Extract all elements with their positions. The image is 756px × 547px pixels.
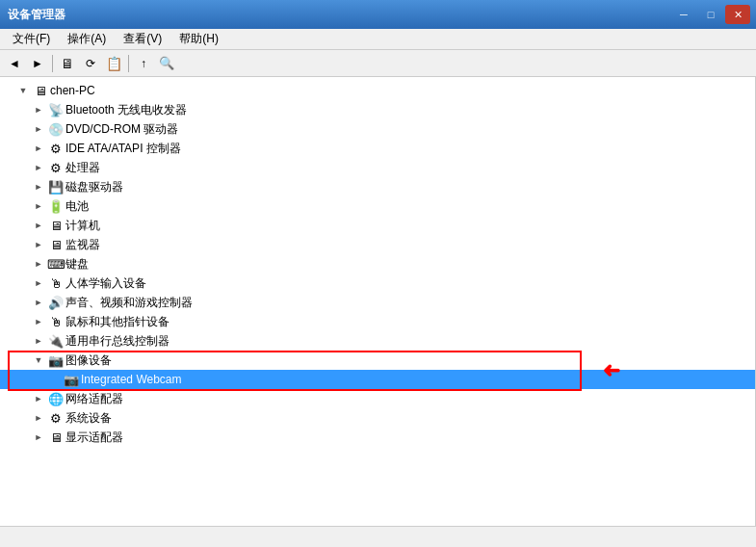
search-button[interactable]: 🔍	[156, 53, 177, 74]
props-button[interactable]: 📋	[103, 53, 124, 74]
dvd-icon: 💿	[48, 121, 64, 137]
usb-icon: 🔌	[48, 333, 64, 349]
tree-item-display[interactable]: ► 🖥 显示适配器	[0, 428, 755, 447]
sound-icon: 🔊	[48, 295, 64, 310]
human-toggle[interactable]: ►	[31, 275, 46, 291]
menu-view[interactable]: 查看(V)	[115, 29, 170, 49]
network-icon: 🌐	[48, 391, 64, 406]
menu-bar: 文件(F) 操作(A) 查看(V) 帮助(H)	[0, 29, 756, 50]
tree-item-disk[interactable]: ► 💾 磁盘驱动器	[0, 177, 755, 196]
root-toggle[interactable]: ▼	[15, 83, 31, 98]
bluetooth-icon: 📡	[48, 102, 64, 117]
toolbar-separator-1	[52, 55, 53, 72]
update-button[interactable]: ↑	[133, 53, 154, 74]
window-controls: ─ □ ✕	[671, 5, 750, 24]
pc-label: 计算机	[65, 218, 100, 234]
menu-help[interactable]: 帮助(H)	[170, 29, 227, 49]
back-button[interactable]: ◄	[4, 53, 25, 74]
disk-icon: 💾	[48, 179, 64, 195]
disk-label: 磁盘驱动器	[65, 179, 123, 195]
keyboard-label: 键盘	[65, 256, 89, 273]
display-toggle[interactable]: ►	[31, 430, 46, 445]
sys-icon: ⚙	[48, 410, 64, 426]
webcam-label: Integrated Webcam	[81, 373, 182, 386]
battery-toggle[interactable]: ►	[31, 198, 46, 214]
root-icon: 🖥	[33, 83, 48, 98]
maximize-button[interactable]: □	[698, 5, 723, 24]
camera-toggle[interactable]: ▼	[31, 352, 46, 368]
cpu-label: 处理器	[65, 160, 100, 176]
refresh-button[interactable]: ⟳	[80, 53, 101, 74]
camera-group: ▼ 📷 图像设备 ► 📷 Integrated Webcam ➜	[0, 351, 755, 389]
menu-action[interactable]: 操作(A)	[59, 29, 115, 49]
human-label: 人体学输入设备	[65, 275, 146, 292]
tree-item-bluetooth[interactable]: ► 📡 Bluetooth 无线电收发器	[0, 100, 755, 119]
cpu-toggle[interactable]: ►	[31, 160, 46, 175]
main-area: ▼ 🖥 chen-PC ► 📡 Bluetooth 无线电收发器 ► 💿 DVD…	[0, 77, 756, 526]
ide-label: IDE ATA/ATAPI 控制器	[65, 141, 181, 157]
tree-item-human[interactable]: ► 🖱 人体学输入设备	[0, 274, 755, 293]
mouse-toggle[interactable]: ►	[31, 314, 46, 329]
tree-root[interactable]: ▼ 🖥 chen-PC	[0, 81, 755, 100]
sound-toggle[interactable]: ►	[31, 295, 46, 310]
computer-button[interactable]: 🖥	[57, 53, 78, 74]
tree-item-ide[interactable]: ► ⚙ IDE ATA/ATAPI 控制器	[0, 139, 755, 158]
cpu-icon: ⚙	[48, 160, 64, 175]
tree-item-webcam[interactable]: ► 📷 Integrated Webcam	[0, 370, 755, 389]
camera-icon: 📷	[48, 352, 64, 368]
close-button[interactable]: ✕	[725, 5, 750, 24]
tree-item-battery[interactable]: ► 🔋 电池	[0, 196, 755, 216]
bluetooth-toggle[interactable]: ►	[31, 102, 46, 117]
camera-label: 图像设备	[65, 352, 112, 369]
tree-item-camera[interactable]: ▼ 📷 图像设备	[0, 351, 755, 370]
ide-toggle[interactable]: ►	[31, 141, 46, 156]
ide-icon: ⚙	[48, 141, 64, 156]
toolbar: ◄ ► 🖥 ⟳ 📋 ↑ 🔍	[0, 50, 756, 77]
display-label: 显示适配器	[65, 430, 123, 446]
pc-icon: 🖥	[48, 218, 64, 233]
title-bar: 设备管理器 ─ □ ✕	[0, 0, 756, 29]
keyboard-icon: ⌨	[48, 256, 64, 272]
usb-label: 通用串行总线控制器	[65, 333, 169, 350]
human-icon: 🖱	[48, 275, 64, 291]
dvd-toggle[interactable]: ►	[31, 121, 46, 137]
root-label: chen-PC	[50, 84, 95, 97]
window-title: 设备管理器	[8, 7, 65, 23]
monitor-toggle[interactable]: ►	[31, 237, 46, 252]
toolbar-separator-2	[128, 55, 129, 72]
battery-label: 电池	[65, 198, 89, 215]
tree-item-pc[interactable]: ► 🖥 计算机	[0, 216, 755, 235]
tree-item-network[interactable]: ► 🌐 网络适配器	[0, 389, 755, 408]
sys-toggle[interactable]: ►	[31, 410, 46, 426]
tree-item-dvd[interactable]: ► 💿 DVD/CD-ROM 驱动器	[0, 119, 755, 139]
battery-icon: 🔋	[48, 198, 64, 214]
network-toggle[interactable]: ►	[31, 391, 46, 406]
mouse-label: 鼠标和其他指针设备	[65, 314, 169, 330]
tree-item-monitor[interactable]: ► 🖥 监视器	[0, 235, 755, 254]
tree-view[interactable]: ▼ 🖥 chen-PC ► 📡 Bluetooth 无线电收发器 ► 💿 DVD…	[0, 77, 756, 526]
sys-label: 系统设备	[65, 410, 112, 427]
forward-button[interactable]: ►	[27, 53, 48, 74]
tree-item-mouse[interactable]: ► 🖱 鼠标和其他指针设备	[0, 312, 755, 331]
network-label: 网络适配器	[65, 391, 123, 407]
sound-label: 声音、视频和游戏控制器	[65, 295, 193, 311]
minimize-button[interactable]: ─	[671, 5, 696, 24]
keyboard-toggle[interactable]: ►	[31, 256, 46, 272]
menu-file[interactable]: 文件(F)	[4, 29, 59, 49]
tree-item-usb[interactable]: ► 🔌 通用串行总线控制器	[0, 331, 755, 351]
mouse-icon: 🖱	[48, 314, 64, 329]
usb-toggle[interactable]: ►	[31, 333, 46, 349]
bluetooth-label: Bluetooth 无线电收发器	[65, 102, 187, 118]
dvd-label: DVD/CD-ROM 驱动器	[65, 121, 178, 138]
status-bar	[0, 526, 756, 547]
disk-toggle[interactable]: ►	[31, 179, 46, 195]
tree-item-sys[interactable]: ► ⚙ 系统设备	[0, 408, 755, 428]
webcam-icon: 📷	[64, 372, 79, 387]
tree-item-keyboard[interactable]: ► ⌨ 键盘	[0, 254, 755, 274]
monitor-label: 监视器	[65, 237, 100, 253]
monitor-icon: 🖥	[48, 237, 64, 252]
pc-toggle[interactable]: ►	[31, 218, 46, 233]
display-icon: 🖥	[48, 430, 64, 445]
tree-item-sound[interactable]: ► 🔊 声音、视频和游戏控制器	[0, 293, 755, 312]
tree-item-cpu[interactable]: ► ⚙ 处理器	[0, 158, 755, 177]
